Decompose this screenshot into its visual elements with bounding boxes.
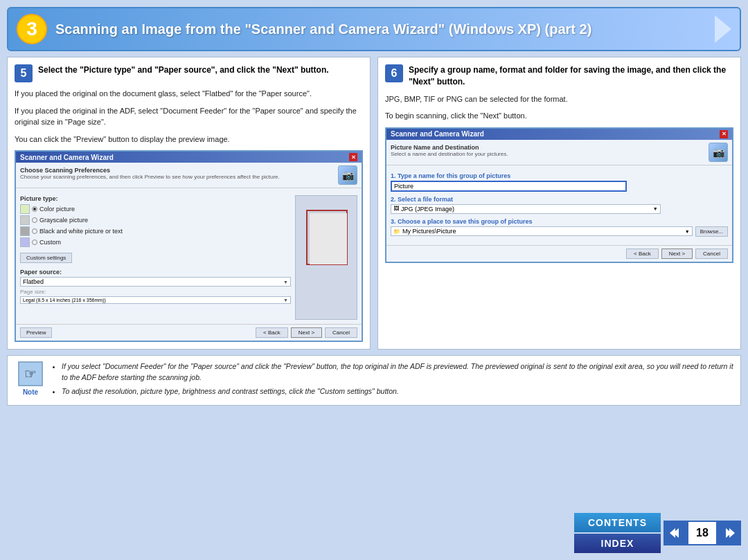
step6-field3-label: 3. Choose a place to save this group of … (391, 218, 728, 225)
step5-dialog-titlebar: Scanner and Camera Wizard ✕ (16, 152, 362, 163)
note-box: ☞ Note If you select "Document Feeder" f… (7, 355, 741, 406)
browse-button[interactable]: Browse... (695, 226, 728, 237)
folder-arrow-icon: ▼ (685, 229, 690, 234)
bw-thumb-icon (20, 226, 30, 236)
scan-preview-box (306, 210, 348, 265)
step6-back-button[interactable]: < Back (626, 249, 659, 259)
note-bullet-2-text: To adjust the resolution, picture type, … (62, 387, 399, 395)
step5-dialog-title: Scanner and Camera Wizard (20, 154, 114, 161)
radio-custom-dot[interactable] (32, 240, 37, 245)
step5-back-button[interactable]: < Back (256, 327, 288, 338)
radio-grayscale-dot[interactable] (32, 217, 37, 223)
step6-section-sub: Select a name and destination for your p… (391, 151, 508, 157)
step5-dialog-subtitle: Choose Scanning Preferences (20, 167, 280, 174)
radio-color-dot[interactable] (32, 206, 37, 212)
format-icon: 🖼 (393, 206, 399, 212)
step6-dialog-title: Scanner and Camera Wizard (391, 130, 484, 138)
step6-header: 6 Specify a group name, format and folde… (385, 64, 733, 88)
header-arrow-icon (715, 15, 731, 43)
step5-cancel-button[interactable]: Cancel (325, 327, 357, 338)
paper-source-arrow-icon: ▼ (283, 280, 288, 284)
step5-dialog-buttons: Preview < Back Next > Cancel (16, 324, 362, 341)
step6-dialog: Scanner and Camera Wizard ✕ Picture Name… (385, 127, 733, 263)
radio-grayscale: Grayscale picture (20, 215, 291, 225)
step6-number: 6 (385, 64, 403, 82)
radio-color-label: Color picture (39, 206, 75, 213)
prev-arrow-icon (669, 526, 683, 540)
picture-type-label: Picture type: (20, 195, 291, 202)
radio-bw-label: Black and white picture or text (39, 228, 123, 235)
svg-marker-1 (670, 528, 675, 538)
page-title: Scanning an Image from the "Scanner and … (55, 21, 591, 37)
gray-thumb-icon (20, 215, 30, 225)
index-button[interactable]: INDEX (574, 534, 661, 553)
step6-field1-section: 1. Type a name for this group of picture… (391, 172, 728, 192)
scanner-icon-2: 📷 (709, 143, 728, 162)
step5-body2: If you placed the original in the ADF, s… (15, 105, 363, 128)
color-thumb-icon (20, 204, 30, 214)
note-bullet-1: If you select "Document Feeder" for the … (62, 361, 735, 383)
radio-bw-dot[interactable] (32, 228, 37, 234)
step5-body3: You can click the "Preview" button to di… (15, 134, 363, 145)
page-size-select[interactable]: Legal (8.5 x 14 inches (216 x 356mm)) ▼ (20, 296, 291, 304)
note-bullet-2: To adjust the resolution, picture type, … (62, 386, 735, 397)
scanner-icon: 📷 (338, 165, 357, 185)
radio-bw: Black and white picture or text (20, 226, 291, 236)
page-header: 3 Scanning an Image from the "Scanner an… (7, 7, 741, 51)
step6-body2: To begin scanning, click the "Next" butt… (385, 110, 733, 122)
step6-panel: 6 Specify a group name, format and folde… (377, 57, 741, 350)
paper-source-label: Paper source: (20, 269, 291, 276)
page-size-label: Page size: (20, 289, 291, 295)
paper-source-select[interactable]: Flatbed ▼ (20, 277, 291, 287)
step6-browse-row: 📁 My Pictures\Picture ▼ Browse... (391, 226, 728, 237)
scan-preview-inner (310, 213, 347, 264)
step5-body1: If you placed the original on the docume… (15, 88, 363, 100)
page-nav-group: 18 (664, 513, 741, 553)
step6-dialog-close[interactable]: ✕ (720, 130, 728, 138)
custom-settings-button[interactable]: Custom settings (20, 253, 72, 263)
step6-dialog-buttons: < Back Next > Cancel (386, 245, 732, 262)
step6-picture-name-input[interactable] (391, 181, 627, 192)
main-content: 5 Select the "Picture type" and "Paper s… (7, 57, 741, 350)
step6-field1-label: 1. Type a name for this group of picture… (391, 172, 728, 179)
svg-marker-3 (729, 528, 735, 538)
step6-dialog-titlebar: Scanner and Camera Wizard ✕ (386, 129, 732, 140)
step5-number: 5 (15, 64, 33, 82)
step5-panel: 5 Select the "Picture type" and "Paper s… (7, 57, 371, 350)
nav-prev-button[interactable] (664, 521, 688, 545)
step6-next-button[interactable]: Next > (661, 249, 693, 259)
note-text-area: If you select "Document Feeder" for the … (53, 361, 735, 399)
step5-dialog: Scanner and Camera Wizard ✕ Choose Scann… (15, 150, 363, 342)
step5-dialog-content: Picture type: Color picture Grayscale pi… (16, 191, 362, 324)
step5-title: Select the "Picture type" and "Paper sou… (38, 64, 329, 76)
step5-dialog-header-row: Choose Scanning Preferences Choose your … (16, 163, 362, 188)
step6-cancel-button[interactable]: Cancel (695, 249, 728, 259)
step6-title: Specify a group name, format and folder … (409, 64, 733, 88)
note-hand-icon: ☞ (18, 361, 43, 386)
folder-value: My Pictures\Picture (402, 228, 685, 235)
step5-next-button[interactable]: Next > (291, 327, 322, 338)
step6-format-select[interactable]: 🖼 JPG (JPEG Image) ▼ (391, 204, 661, 214)
step5-preview-area (295, 195, 357, 320)
note-label: Note (23, 388, 38, 396)
step6-folder-select[interactable]: 📁 My Pictures\Picture ▼ (391, 226, 693, 236)
custom-thumb-icon (20, 237, 30, 247)
format-arrow-icon: ▼ (653, 206, 658, 211)
bottom-nav: CONTENTS INDEX 18 (574, 513, 741, 553)
next-arrow-icon (722, 526, 736, 540)
folder-icon: 📁 (393, 228, 400, 235)
step6-field3-section: 3. Choose a place to save this group of … (391, 218, 728, 237)
radio-custom-label: Custom (39, 239, 61, 246)
format-value: JPG (JPEG Image) (401, 206, 653, 213)
page-size-value: Legal (8.5 x 14 inches (216 x 356mm)) (23, 298, 106, 302)
step5-dialog-close[interactable]: ✕ (349, 153, 357, 161)
radio-color: Color picture (20, 204, 291, 214)
step5-header: 5 Select the "Picture type" and "Paper s… (15, 64, 363, 82)
step6-field2-label: 2. Select a file format (391, 196, 728, 203)
contents-button[interactable]: CONTENTS (574, 513, 661, 532)
nav-next-button[interactable] (716, 521, 741, 545)
contents-index-buttons: CONTENTS INDEX (574, 513, 661, 553)
step6-section-title: Picture Name and Destination (391, 144, 508, 151)
paper-source-value: Flatbed (23, 278, 44, 285)
preview-button[interactable]: Preview (20, 327, 52, 338)
